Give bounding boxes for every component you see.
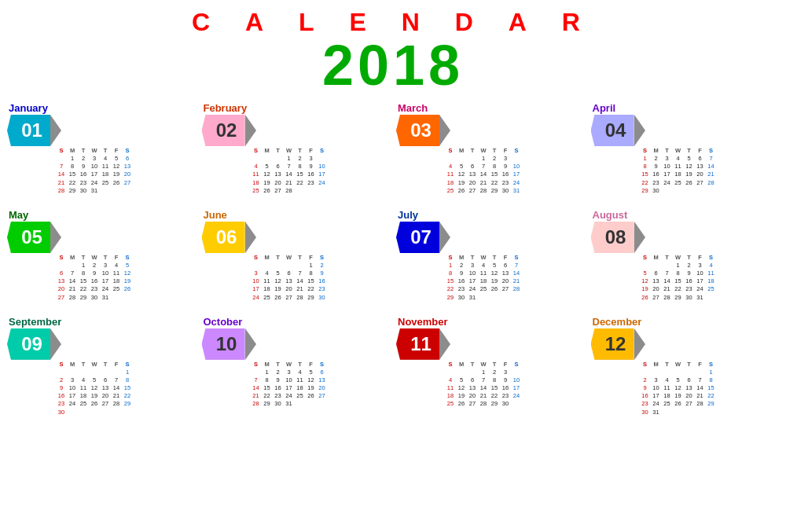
calendar-year: 2018 (0, 37, 786, 94)
month-name-04: April (593, 102, 780, 114)
month-05: May05SMTWTFS 123456789101112131415161718… (4, 204, 199, 311)
month-name-11: November (398, 316, 585, 328)
month-name-07: July (398, 209, 585, 221)
month-07: July07SMTWTFS123456789101112131415161718… (393, 204, 588, 311)
month-name-10: October (204, 316, 391, 328)
month-badge-08: 08 (591, 222, 634, 253)
month-06: June06SMTWTFS 12345678910111213141516171… (199, 204, 394, 311)
month-name-02: February (204, 102, 391, 114)
month-name-08: August (593, 209, 780, 221)
month-03: March03SMTWTFS 123 456789101112131415161… (393, 97, 588, 204)
month-04: April04SMTWTFS12345678910111213141516171… (588, 97, 783, 204)
month-badge-04: 04 (591, 115, 634, 146)
month-badge-09: 09 (7, 328, 50, 360)
month-badge-05: 05 (7, 222, 50, 253)
calendar-container: C A L E N D A R 2018 January01SMTWTFS 12… (0, 0, 786, 532)
month-badge-11: 11 (396, 328, 439, 360)
month-name-05: May (9, 209, 196, 221)
month-name-12: December (593, 316, 780, 328)
month-01: January01SMTWTFS 12345678910111213141516… (4, 97, 199, 204)
month-badge-03: 03 (396, 115, 439, 146)
months-grid: January01SMTWTFS 12345678910111213141516… (0, 97, 786, 418)
calendar-title: C A L E N D A R (0, 8, 786, 37)
month-name-03: March (398, 102, 585, 114)
month-08: August08SMTWTFS 123456789101112131415161… (588, 204, 783, 311)
month-11: November11SMTWTFS 123 456789101112131415… (393, 311, 588, 418)
month-badge-12: 12 (591, 328, 634, 360)
month-10: October10SMTWTFS 12345678910111213141516… (199, 311, 394, 418)
month-badge-01: 01 (7, 115, 50, 146)
month-02: February02SMTWTFS 123 456789101112131415… (199, 97, 394, 204)
calendar-header: C A L E N D A R 2018 (0, 0, 786, 94)
month-badge-06: 06 (202, 222, 245, 253)
month-name-09: September (9, 316, 196, 328)
month-12: December12SMTWTFS 1234567891011121314151… (588, 311, 783, 418)
month-badge-10: 10 (202, 328, 245, 360)
month-09: September09SMTWTFS 123456789101112131415… (4, 311, 199, 418)
month-badge-07: 07 (396, 222, 439, 253)
month-name-06: June (204, 209, 391, 221)
month-badge-02: 02 (202, 115, 245, 146)
month-name-01: January (9, 102, 196, 114)
